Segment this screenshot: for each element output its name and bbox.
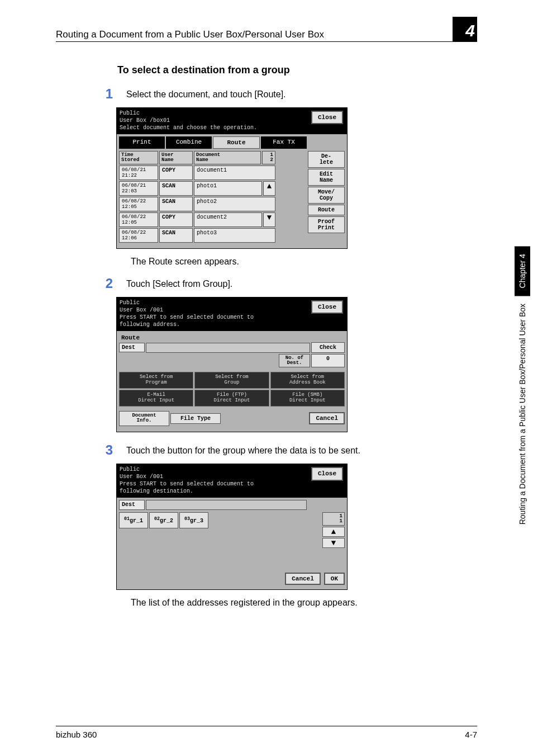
cell-time: 06/08/22 12:05 [119, 212, 158, 227]
table-row[interactable]: 06/08/22 12:06 SCAN photo3 [119, 228, 306, 243]
section-heading: To select a destination from a group [117, 64, 477, 76]
cell-time: 06/08/21 21:22 [119, 166, 158, 180]
proof-print-button[interactable]: Proof Print [308, 216, 345, 233]
device-screenshot-1: Public User Box /box01 Select document a… [116, 107, 348, 249]
no-of-dest-label: No. of Dest. [279, 354, 310, 367]
device-screenshot-2: Public User Box /001 Press START to send… [116, 297, 348, 432]
step-text-2: Touch [Select from Group]. [126, 276, 232, 289]
ui3-title-line1: Public [120, 466, 344, 473]
move-copy-button[interactable]: Move/ Copy [308, 187, 345, 204]
select-from-group-button[interactable]: Select from Group [194, 372, 269, 389]
step-number-2: 2 [101, 276, 113, 291]
page-indicator: 1 1 [322, 512, 345, 526]
body-after-step1: The Route screen appears. [131, 257, 477, 267]
scroll-up-icon[interactable]: ▲ [263, 181, 275, 196]
tab-combine[interactable]: Combine [166, 136, 212, 149]
group-1-button[interactable]: 01gr_1 [119, 512, 148, 528]
close-button[interactable]: Close [311, 467, 343, 480]
device-screenshot-3: Public User Box /001 Press START to send… [116, 464, 348, 590]
cell-doc: photo1 [194, 181, 262, 196]
dest-field [146, 500, 307, 510]
group-2-button[interactable]: 02gr_2 [149, 512, 178, 528]
cancel-button[interactable]: Cancel [285, 573, 321, 585]
group-3-prefix: 03 [184, 516, 190, 522]
table-row[interactable]: 06/08/22 12:05 SCAN photo2 [119, 197, 306, 211]
table-row[interactable]: 06/08/21 21:22 COPY document1 [119, 166, 306, 180]
cell-doc: document1 [194, 166, 275, 180]
group-1-prefix: 01 [124, 516, 130, 522]
side-tab-title: Routing a Document from a Public User Bo… [515, 296, 530, 532]
ui2-subtitle: Press START to send selected document to… [120, 314, 344, 328]
ui1-title-line1: Public [120, 110, 344, 117]
cell-user: SCAN [159, 197, 193, 211]
tab-print[interactable]: Print [119, 136, 165, 149]
file-smb-direct-input-button[interactable]: File (SMB) Direct Input [270, 390, 345, 407]
check-button[interactable]: Check [311, 342, 345, 353]
cell-user: SCAN [159, 228, 193, 243]
step-text-1: Select the document, and touch [Route]. [126, 86, 286, 100]
delete-button[interactable]: De- lete [308, 151, 345, 168]
tab-fax-tx[interactable]: Fax TX [261, 136, 307, 149]
col-time-stored[interactable]: Time Stored [119, 151, 158, 164]
side-tab: Chapter 4 Routing a Document from a Publ… [512, 246, 533, 548]
cell-doc: photo3 [194, 228, 275, 243]
cell-time: 06/08/22 12:05 [119, 197, 158, 211]
cell-user: COPY [159, 212, 193, 227]
route-label: Route [119, 333, 345, 342]
tab-route[interactable]: Route [213, 136, 260, 149]
table-row[interactable]: 06/08/22 12:05 COPY document2 ▼ [119, 212, 306, 227]
cell-time: 06/08/21 22:03 [119, 181, 158, 196]
scroll-up-icon[interactable]: ▲ [322, 527, 345, 537]
cell-doc: document2 [194, 212, 262, 227]
edit-name-button[interactable]: Edit Name [308, 169, 345, 186]
email-direct-input-button[interactable]: E-Mail Direct Input [119, 390, 193, 407]
dest-label: Dest [119, 343, 145, 352]
no-of-dest-value: 0 [311, 354, 345, 367]
document-info-button[interactable]: Document Info. [119, 411, 169, 427]
step-number-3: 3 [101, 442, 113, 458]
footer-model: bizhub 360 [56, 730, 97, 739]
group-1-label: gr_1 [130, 518, 143, 525]
footer-page-number: 4-7 [465, 730, 477, 739]
cell-doc: photo2 [194, 197, 275, 211]
group-2-label: gr_2 [160, 518, 173, 525]
table-row[interactable]: 06/08/21 22:03 SCAN photo1 ▲ [119, 181, 306, 196]
ui2-title-line1: Public [120, 299, 344, 306]
col-document-name[interactable]: Document Name [194, 151, 261, 164]
col-user-name[interactable]: User Name [159, 151, 193, 164]
scroll-down-icon[interactable]: ▼ [263, 212, 275, 227]
file-type-button[interactable]: File Type [170, 413, 221, 424]
ui2-title-line2: User Box /001 [120, 306, 344, 314]
close-button[interactable]: Close [311, 300, 343, 314]
ui1-title-line2: User Box /box01 [120, 117, 344, 124]
chapter-number-badge: 4 [453, 17, 477, 41]
file-ftp-direct-input-button[interactable]: File (FTP) Direct Input [194, 390, 269, 407]
cell-user: SCAN [159, 181, 193, 196]
ui1-subtitle: Select document and choose the operation… [120, 124, 344, 131]
step-number-1: 1 [101, 86, 113, 102]
cancel-button[interactable]: Cancel [309, 412, 345, 424]
ok-button[interactable]: OK [324, 573, 345, 585]
body-after-step3: The list of the addresses registered in … [131, 598, 477, 608]
page-indicator: 1 2 [262, 151, 275, 164]
dest-label: Dest [119, 500, 145, 510]
side-tab-chapter: Chapter 4 [515, 246, 530, 296]
scroll-down-icon[interactable]: ▼ [322, 538, 345, 548]
ui3-title-line2: User Box /001 [120, 473, 344, 480]
group-3-label: gr_3 [190, 518, 203, 525]
route-button[interactable]: Route [308, 205, 345, 215]
ui3-subtitle: Press START to send selected document to… [120, 480, 344, 495]
dest-field [146, 343, 310, 353]
cell-user: COPY [159, 166, 193, 180]
group-3-button[interactable]: 03gr_3 [179, 512, 208, 528]
group-2-prefix: 02 [154, 516, 160, 522]
select-from-address-book-button[interactable]: Select from Address Book [270, 372, 345, 389]
select-from-program-button[interactable]: Select from Program [119, 372, 193, 389]
step-text-3: Touch the button for the group where the… [126, 442, 360, 456]
page-header-title: Routing a Document from a Public User Bo… [56, 29, 324, 40]
close-button[interactable]: Close [311, 111, 343, 124]
cell-time: 06/08/22 12:06 [119, 228, 158, 243]
